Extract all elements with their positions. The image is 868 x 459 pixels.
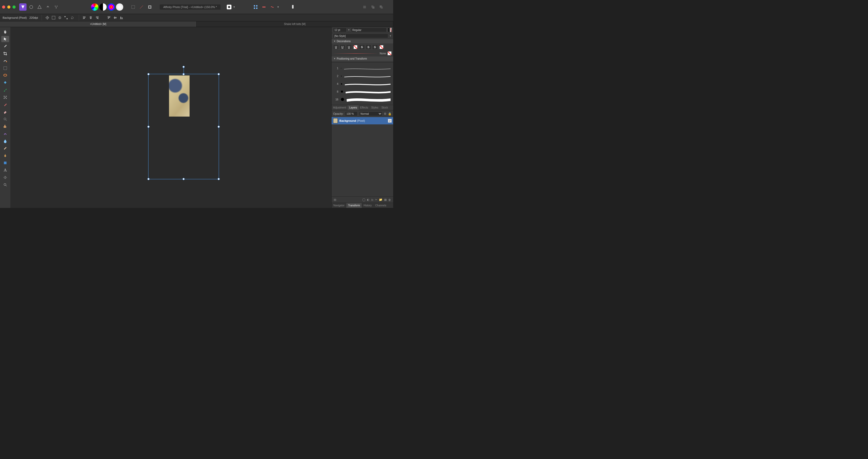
- tool-erase-icon[interactable]: [1, 109, 9, 115]
- strike-none-button[interactable]: [379, 45, 384, 50]
- dropdown-caret-icon[interactable]: ▼: [348, 29, 350, 31]
- selection-bounding-box[interactable]: [148, 74, 219, 179]
- dropdown-caret-icon[interactable]: ▼: [389, 35, 392, 37]
- tool-pan-hand-icon[interactable]: [1, 29, 9, 35]
- selection-handle[interactable]: [183, 178, 185, 180]
- brush-stroke-preview[interactable]: [346, 88, 391, 95]
- adjustment-add-icon[interactable]: ◐: [367, 198, 370, 201]
- window-zoom-button[interactable]: [12, 5, 16, 8]
- strike-color-button[interactable]: S: [372, 45, 378, 50]
- selection-handle[interactable]: [148, 178, 150, 180]
- align-hcenter-icon[interactable]: [88, 15, 94, 21]
- persona-photo-icon[interactable]: [19, 3, 27, 11]
- opacity-field[interactable]: [345, 111, 358, 116]
- text-color-swatch[interactable]: [388, 28, 389, 32]
- footer-tab-navigator[interactable]: Navigator: [332, 203, 346, 208]
- tool-marquee-icon[interactable]: [1, 65, 9, 71]
- ctx-rotate-icon[interactable]: [69, 15, 75, 21]
- layer-row[interactable]: Background (Pixel) ✓: [332, 117, 393, 124]
- document-tab[interactable]: Shake left tatts [M]: [196, 21, 393, 27]
- ctx-align-center-icon[interactable]: [57, 15, 63, 21]
- brush-stroke-preview[interactable]: [347, 96, 391, 103]
- blend-mode-dropdown[interactable]: Normal: [359, 111, 382, 116]
- assistant-icon[interactable]: [289, 3, 297, 11]
- tool-clone-icon[interactable]: [1, 123, 9, 130]
- strike-double-button[interactable]: S: [366, 45, 371, 50]
- window-close-button[interactable]: [2, 5, 5, 8]
- ctx-boundingbox-icon[interactable]: [51, 15, 56, 21]
- tool-selectionbrush-icon[interactable]: [1, 58, 9, 64]
- panel-tab-adjustment[interactable]: Adjustment: [332, 105, 348, 110]
- tool-flood-icon[interactable]: [1, 80, 9, 86]
- persona-develop-icon[interactable]: [36, 3, 43, 11]
- ctx-target-icon[interactable]: [44, 15, 50, 21]
- footer-tab-history[interactable]: History: [362, 203, 373, 208]
- arrange-back-icon[interactable]: [361, 3, 368, 11]
- grid-icon[interactable]: [252, 3, 259, 11]
- align-left-icon[interactable]: [82, 15, 87, 21]
- tool-rectangle-icon[interactable]: [1, 160, 9, 166]
- grid-small-icon[interactable]: ▦: [384, 198, 387, 201]
- tool-pen-icon[interactable]: [1, 152, 9, 159]
- greyscale-icon[interactable]: [99, 3, 106, 11]
- tool-blur-icon[interactable]: [1, 138, 9, 144]
- mask-icon[interactable]: ◯: [362, 198, 365, 201]
- footer-tab-channels[interactable]: Channels: [373, 203, 388, 208]
- tool-zoom-icon[interactable]: [1, 182, 9, 188]
- underline-none-button[interactable]: [352, 45, 358, 50]
- selection-handle[interactable]: [148, 73, 150, 75]
- panel-header-decorations[interactable]: Decorations: [332, 39, 393, 44]
- tool-pixel-icon[interactable]: [1, 94, 9, 101]
- selection-marquee-icon[interactable]: [129, 3, 137, 11]
- arrange-forward-icon[interactable]: [378, 3, 385, 11]
- guides-icon[interactable]: [260, 3, 268, 11]
- quickmask-icon[interactable]: [227, 5, 231, 9]
- arrange-backward-icon[interactable]: [369, 3, 376, 11]
- layer-visibility-checkbox[interactable]: ✓: [388, 119, 392, 122]
- underline-single-button[interactable]: U: [333, 45, 339, 50]
- tool-move-arrow-icon[interactable]: [1, 36, 9, 42]
- tool-lasso-icon[interactable]: [1, 72, 9, 79]
- trash-icon[interactable]: 🗑: [388, 198, 391, 201]
- fx-icon[interactable]: fx: [371, 198, 373, 201]
- dropdown-caret-icon[interactable]: ▼: [233, 6, 235, 8]
- brush-stroke-preview[interactable]: [344, 65, 391, 71]
- selection-handle[interactable]: [218, 73, 220, 75]
- panel-tab-styles[interactable]: Styles: [370, 105, 380, 110]
- panel-tab-stock[interactable]: Stock: [380, 105, 390, 110]
- tool-colorpicker-icon[interactable]: [1, 43, 9, 50]
- align-bottom-icon[interactable]: [119, 15, 124, 21]
- persona-tonemap-icon[interactable]: [44, 3, 52, 11]
- folder-icon[interactable]: 📁: [379, 198, 382, 201]
- strike-single-button[interactable]: S: [359, 45, 365, 50]
- selection-handle[interactable]: [148, 126, 150, 128]
- window-minimize-button[interactable]: [7, 5, 10, 8]
- tool-smudge-icon[interactable]: [1, 131, 9, 137]
- align-vcenter-icon[interactable]: [112, 15, 118, 21]
- tool-dodge-icon[interactable]: [1, 145, 9, 151]
- tool-mesh-icon[interactable]: [1, 174, 9, 180]
- hue-icon[interactable]: [107, 3, 115, 11]
- brush-stroke-preview[interactable]: [345, 81, 391, 87]
- font-size-field[interactable]: [333, 28, 347, 32]
- persona-export-icon[interactable]: [53, 3, 60, 11]
- align-top-icon[interactable]: [106, 15, 112, 21]
- decoration-none-swatch[interactable]: [388, 51, 392, 55]
- font-weight-field[interactable]: [351, 28, 387, 32]
- tool-text-icon[interactable]: A: [1, 167, 9, 173]
- selection-none-icon[interactable]: [138, 3, 145, 11]
- crop-small-icon[interactable]: ✂: [375, 198, 377, 201]
- selection-handle[interactable]: [218, 178, 220, 180]
- footer-tab-transform[interactable]: Transform: [346, 203, 362, 208]
- dropdown-caret-icon[interactable]: ▼: [277, 6, 279, 8]
- panel-tab-layers[interactable]: Layers: [348, 105, 359, 110]
- document-tab[interactable]: <Untitled> [M]: [0, 21, 196, 27]
- ctx-distribute-icon[interactable]: [63, 15, 69, 21]
- color-wheel-icon[interactable]: [91, 3, 98, 11]
- align-right-icon[interactable]: [94, 15, 100, 21]
- underline-color-button[interactable]: U: [346, 45, 352, 50]
- underline-double-button[interactable]: U: [340, 45, 345, 50]
- panel-header-positioning[interactable]: Positioning and Transform: [332, 56, 393, 61]
- lock-icon[interactable]: 🔒: [388, 112, 392, 116]
- text-stroke-swatch[interactable]: [390, 28, 392, 32]
